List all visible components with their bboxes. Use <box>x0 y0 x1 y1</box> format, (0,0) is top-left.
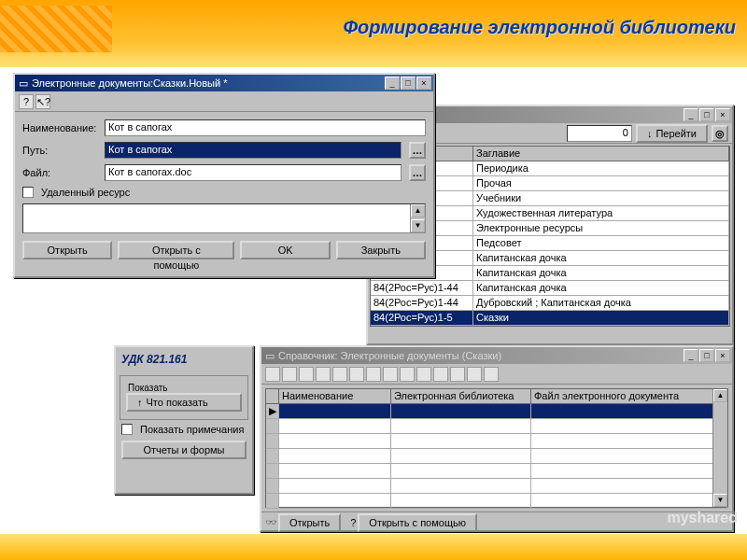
minimize-button[interactable]: _ <box>684 108 698 121</box>
row-marker-col <box>266 389 279 404</box>
target-icon[interactable]: ◎ <box>712 125 728 142</box>
toolbar-icon[interactable] <box>265 367 280 382</box>
help-icon: ? <box>350 517 356 528</box>
go-value[interactable]: 0 <box>567 125 632 142</box>
name-label: Наименование: <box>22 122 97 133</box>
table-row[interactable]: 84(2Рос=Рус)1-44Дубровский ; Капитанская… <box>371 296 729 311</box>
scroll-down-icon[interactable]: ▼ <box>411 219 425 232</box>
col-lib: Электронная библиотека <box>391 389 531 404</box>
col-title: Заглавие <box>473 147 729 161</box>
open-with-button[interactable]: Открыть с помощью <box>118 241 234 259</box>
show-legend: Показать <box>126 383 170 393</box>
scroll-up-icon[interactable]: ▲ <box>713 389 727 402</box>
maximize-button[interactable]: □ <box>699 349 714 362</box>
close-button[interactable]: × <box>416 77 431 90</box>
dlg-title: Электронные документы:Сказки.Новый * <box>32 77 227 89</box>
ref-title: Справочник: Электронные документы (Сказк… <box>278 350 501 361</box>
open-button[interactable]: Открыть <box>22 241 112 259</box>
close-button[interactable]: × <box>715 349 730 362</box>
what-to-show-button[interactable]: ↑ Что показать <box>126 393 242 412</box>
col-name: Наименование <box>279 389 391 404</box>
help-icon[interactable]: ? <box>19 94 34 109</box>
ref-open-with-button[interactable]: Открыть с помощью <box>358 513 477 532</box>
row-marker: ▶ <box>266 404 279 419</box>
scroll-down-icon[interactable]: ▼ <box>713 494 727 507</box>
ref-open-button[interactable]: Открыть <box>278 513 341 532</box>
window-icon: ▭ <box>19 77 28 90</box>
toolbar-icon[interactable] <box>349 367 364 382</box>
remote-label: Удаленный ресурс <box>41 187 130 198</box>
cursor-help-icon[interactable]: ↖? <box>35 94 50 109</box>
toolbar-icon[interactable] <box>400 367 415 382</box>
table-cell[interactable] <box>531 404 727 419</box>
toolbar-icon[interactable] <box>366 367 381 382</box>
minimize-button[interactable]: _ <box>385 77 400 90</box>
udc-label: УДК 821.161 <box>121 353 247 366</box>
page-title: Формирование электронной библиотеки <box>343 17 736 38</box>
file-label: Файл: <box>22 167 97 178</box>
name-field[interactable]: Кот в сапогах <box>105 119 426 136</box>
close-dlg-button[interactable]: Закрыть <box>336 241 426 259</box>
watermark: myshared <box>667 510 738 526</box>
glasses-icon: 👓 <box>265 517 276 527</box>
toolbar-icon[interactable] <box>450 367 465 382</box>
book-icon: ▭ <box>265 350 275 362</box>
go-button[interactable]: ↓ Перейти <box>636 124 708 143</box>
notes-label: Показать примечания <box>140 424 244 435</box>
browse-file-button[interactable]: … <box>409 164 426 181</box>
notes-checkbox[interactable] <box>121 424 133 435</box>
table-cell[interactable] <box>279 404 391 419</box>
remote-checkbox[interactable] <box>22 187 34 198</box>
maximize-button[interactable]: □ <box>401 77 416 90</box>
path-label: Путь: <box>22 145 97 156</box>
browse-path-button[interactable]: … <box>409 142 426 159</box>
up-arrow-icon: ↑ <box>137 395 143 410</box>
toolbar-icon[interactable] <box>332 367 347 382</box>
table-row[interactable]: 84(2Рос=Рус)1-5Сказки <box>371 311 729 326</box>
col-file: Файл электронного документа <box>531 389 727 404</box>
toolbar-icon[interactable] <box>316 367 331 382</box>
reports-button[interactable]: Отчеты и формы <box>121 441 247 459</box>
toolbar-icon[interactable] <box>433 367 448 382</box>
scrollbar[interactable]: ▲ ▼ <box>712 389 727 507</box>
minimize-button[interactable]: _ <box>684 349 698 362</box>
down-arrow-icon: ↓ <box>647 126 653 141</box>
close-button[interactable]: × <box>715 108 730 121</box>
toolbar-icon[interactable] <box>416 367 431 382</box>
listbox[interactable]: ▲ ▼ <box>22 203 426 233</box>
dlg-titlebar: ▭ Электронные документы:Сказки.Новый * _… <box>15 75 433 91</box>
ok-button[interactable]: OK <box>240 241 330 259</box>
toolbar-icon[interactable] <box>467 367 482 382</box>
maximize-button[interactable]: □ <box>699 108 714 121</box>
toolbar-icon[interactable] <box>282 367 297 382</box>
file-field[interactable]: Кот в сапогах.doc <box>105 164 402 181</box>
ref-titlebar: ▭ Справочник: Электронные документы (Ска… <box>261 347 732 364</box>
path-field[interactable]: Кот в сапогах <box>105 142 402 159</box>
toolbar-icon[interactable] <box>299 367 314 382</box>
help-icon[interactable] <box>484 367 499 382</box>
table-cell[interactable] <box>391 404 531 419</box>
table-row[interactable]: 84(2Рос=Рус)1-44Капитанская дочка <box>371 281 729 296</box>
scroll-up-icon[interactable]: ▲ <box>411 204 425 217</box>
toolbar-icon[interactable] <box>383 367 398 382</box>
